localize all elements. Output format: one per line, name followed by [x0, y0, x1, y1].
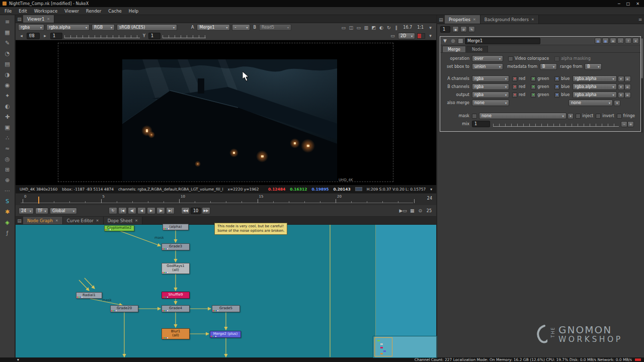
range-from-dropdown[interactable]: B▾ — [585, 63, 602, 70]
node-graph-canvas[interactable]: This node is very cool, but be careful! … — [16, 225, 436, 358]
b-channels-green-checkbox[interactable]: ✕ — [531, 84, 536, 89]
flipbook-icon[interactable]: ▶▭ — [398, 208, 407, 214]
frame-range-mode-dropdown[interactable]: Global▾ — [50, 208, 77, 214]
particles-icon[interactable]: ∴ — [2, 133, 14, 143]
output-extra-button[interactable]: ≡ — [624, 92, 631, 98]
gain-next-icon[interactable]: ▸ — [42, 33, 48, 39]
timeline-playhead[interactable] — [38, 197, 39, 204]
viewer-options-caret-icon[interactable]: ▾ — [427, 24, 434, 31]
play-backward-button[interactable]: ◀ — [137, 207, 146, 214]
a-channels-green-checkbox[interactable]: ✕ — [531, 76, 536, 81]
tab-dope-sheet-close-icon[interactable]: ✕ — [135, 219, 138, 223]
menu-help[interactable]: Help — [125, 7, 142, 15]
tab-node[interactable]: Node — [466, 46, 488, 52]
output-blue-checkbox[interactable]: ✕ — [554, 93, 559, 98]
time-icon[interactable]: ◔ — [2, 48, 14, 58]
dock-content-menu-icon[interactable]: ▤ — [16, 217, 23, 224]
roi-icon[interactable]: ▭ — [355, 24, 362, 31]
grade5-node[interactable]: Grade5 — [212, 305, 240, 312]
tab-properties[interactable]: Properties ✕ — [445, 15, 480, 24]
refresh-icon[interactable]: ↻ — [385, 24, 392, 31]
output-red-checkbox[interactable]: ✕ — [512, 93, 517, 98]
wipe-icon[interactable]: ◫ — [348, 24, 354, 31]
channel-a-icon[interactable]: ▦ — [595, 38, 601, 44]
mix-animation-button[interactable]: ~ — [621, 121, 627, 127]
transform-icon[interactable]: ✚ — [2, 112, 14, 122]
deep-icon[interactable]: ≈ — [2, 143, 14, 153]
fps-dropdown[interactable]: 24▾ — [19, 208, 34, 214]
tab-dope-sheet[interactable]: Dope Sheet ✕ — [104, 217, 143, 224]
radial1-node[interactable]: Radial1 — [76, 292, 102, 299]
tab-viewer1-close-icon[interactable]: ✕ — [47, 17, 50, 21]
tab-node-graph[interactable]: Node Graph ✕ — [23, 217, 63, 224]
viewer-2d-dropdown[interactable]: 2D▾ — [398, 33, 415, 39]
minimize-button[interactable]: ─ — [618, 2, 620, 6]
frame-decrement-button[interactable]: ◀◀ — [181, 207, 190, 214]
menu-viewer[interactable]: Viewer — [61, 7, 83, 15]
image-icon[interactable]: ▦ — [2, 27, 14, 37]
close-button[interactable]: ✕ — [636, 2, 639, 6]
close-panel-icon[interactable]: ✕ — [632, 38, 639, 44]
roi-dashed-icon[interactable]: ▭ — [389, 33, 396, 39]
skip-to-start-button[interactable]: |◀ — [118, 207, 127, 214]
timeline-range-end[interactable]: 24 — [427, 196, 432, 201]
a-channels-extra-button[interactable]: ≡ — [624, 76, 631, 82]
tab-curve-editor[interactable]: Curve Editor ✕ — [63, 217, 104, 224]
script-editor-icon[interactable]: ƒ — [2, 228, 14, 238]
a-channels-blue-checkbox[interactable]: ✕ — [554, 76, 559, 81]
viewer-layer-dropdown[interactable]: rgba.alpha▾ — [46, 24, 90, 31]
filter-icon[interactable]: ◉ — [2, 80, 14, 90]
gamma-toggle-icon[interactable]: ◐ — [378, 24, 384, 31]
gamma-value-field[interactable]: 1 — [148, 33, 160, 39]
mix-slider[interactable] — [493, 122, 619, 127]
viewer-channels-dropdown[interactable]: rgba▾ — [18, 24, 44, 31]
output-green-checkbox[interactable]: ✕ — [531, 93, 536, 98]
minimize-panel-icon[interactable]: ─ — [617, 38, 624, 44]
a-channels-red-checkbox[interactable]: ✕ — [512, 76, 517, 81]
frame-increment-button[interactable]: ▶▶ — [202, 207, 210, 214]
collapse-caret-icon[interactable]: ▼ — [442, 38, 448, 44]
draw-icon[interactable]: ✎ — [2, 38, 14, 48]
viewer-wipe-dropdown[interactable]: -▾ — [232, 24, 250, 31]
alpha-masking-checkbox[interactable] — [554, 56, 559, 61]
a-channels-alpha-dropdown[interactable]: rgba.alpha▾ — [573, 75, 617, 82]
scrollbar-thumb[interactable] — [641, 38, 643, 78]
properties-content-menu-icon[interactable]: ▤ — [437, 15, 445, 24]
mix-extra-button[interactable]: ≡ — [627, 121, 634, 127]
output-dropdown[interactable]: rgba▾ — [472, 92, 509, 98]
pin-panel-icon[interactable]: ◉ — [452, 26, 459, 32]
operation-dropdown[interactable]: over▾ — [472, 55, 503, 62]
fringe-checkbox[interactable] — [617, 114, 622, 119]
metadata-icon[interactable]: ⊞ — [2, 164, 14, 174]
also-merge-channel-dropdown[interactable]: none▾ — [569, 100, 613, 106]
next-keyframe-button[interactable]: |▶ — [156, 207, 165, 214]
max-panels-field[interactable]: 1 — [440, 26, 450, 33]
tab-viewer1[interactable]: Viewer1 ✕ — [23, 15, 54, 23]
metadata-from-dropdown[interactable]: B▾ — [540, 63, 557, 70]
color-icon[interactable]: ◑ — [2, 69, 14, 79]
tab-curve-editor-close-icon[interactable]: ✕ — [96, 219, 99, 223]
channel-b-icon[interactable]: ▦ — [602, 38, 609, 44]
viewer-display-dropdown[interactable]: RGB▾ — [92, 24, 115, 31]
properties-scrollbar[interactable] — [641, 37, 643, 133]
tab-node-graph-close-icon[interactable]: ✕ — [55, 219, 58, 223]
shuffle9-node[interactable]: Shuffle9 — [162, 292, 190, 299]
menu-cache[interactable]: Cache — [105, 7, 125, 15]
viewer-colorspace-dropdown[interactable]: sRGB (ACES)▾ — [117, 24, 177, 31]
tab-background-renders-close-icon[interactable]: ✕ — [531, 18, 534, 22]
b-channels-split-button[interactable]: ▾ — [618, 84, 624, 90]
b-channels-red-checkbox[interactable]: ✕ — [512, 84, 517, 89]
views-icon[interactable]: ◎ — [2, 154, 14, 164]
grade3-node[interactable]: Grade3 — [162, 243, 190, 250]
toolsets-icon[interactable]: ⊕ — [2, 175, 14, 185]
lock-range-icon[interactable]: ⊙ — [417, 208, 424, 214]
alpha-node[interactable]: (alpha) — [163, 224, 189, 230]
menu-workspace[interactable]: Workspace — [31, 7, 61, 15]
info-caret-icon[interactable]: ▾ — [430, 187, 432, 192]
gizmo-icon[interactable]: ◈ — [2, 217, 14, 227]
3d-icon[interactable]: ▣ — [2, 122, 14, 132]
timeline-tf-dropdown[interactable]: TF▾ — [35, 208, 48, 214]
invert-checkbox[interactable] — [596, 114, 601, 119]
also-merge-split-button[interactable]: ▾ — [614, 100, 620, 106]
help-icon[interactable]: ? — [625, 38, 631, 44]
